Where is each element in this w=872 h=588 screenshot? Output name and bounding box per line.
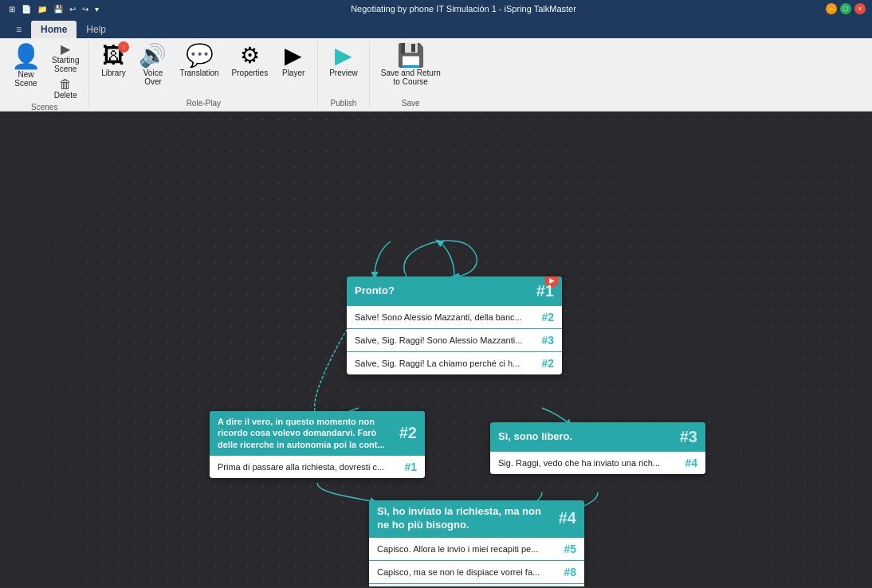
save-return-icon: 💾 (397, 45, 425, 67)
library-button[interactable]: 🖼 ! Library (96, 41, 131, 80)
scene-node-2[interactable]: A dire il vero, in questo momento non ri… (210, 411, 425, 478)
new-file-button[interactable]: 📄 (19, 4, 33, 14)
option-num-1-3: #2 (541, 357, 554, 370)
scene-node-3[interactable]: Sì, sono libero. #3 Sig. Raggi, vedo che… (490, 422, 705, 474)
properties-icon: ⚙ (240, 45, 260, 67)
delete-icon: 🗑 (59, 78, 72, 91)
ribbon-group-save: 💾 Save and Returnto Course Save (370, 41, 452, 108)
option-text-1-3: Salve, Sig. Raggi! La chiamo perché ci h… (355, 359, 536, 368)
redo-button[interactable]: ↪ (80, 4, 91, 14)
delete-label: Delete (54, 91, 77, 100)
player-label: Player (282, 69, 304, 77)
scene-title-3: Sì, sono libero. (498, 430, 674, 444)
maximize-button[interactable]: □ (840, 3, 851, 14)
option-num-3-1: #4 (685, 457, 697, 469)
publish-group-label: Publish (331, 97, 357, 108)
scene-option-1-3[interactable]: Salve, Sig. Raggi! La chiamo perché ci h… (347, 351, 562, 374)
properties-label: Properties (232, 69, 269, 77)
open-button[interactable]: 📁 (35, 4, 49, 14)
translation-label: Translation (179, 69, 218, 77)
scene-title-2: A dire il vero, in questo momento non ri… (218, 416, 393, 450)
ribbon-group-roleplay: 🖼 ! Library 🔊 VoiceOver 💬 Translation ⚙ … (89, 41, 318, 108)
save-return-button[interactable]: 💾 Save and Returnto Course (376, 41, 446, 89)
option-num-4-1: #5 (564, 543, 576, 555)
qa-menu-button[interactable]: ▾ (92, 4, 101, 14)
translation-icon: 💬 (186, 45, 214, 67)
new-scene-label: NewScene (14, 70, 37, 88)
publish-group-items: ▶ Preview (324, 41, 363, 97)
starting-scene-icon: ▶ (61, 43, 70, 56)
option-num-1-2: #3 (541, 334, 554, 347)
scenes-group-items: 👤 NewScene ▶ StartingScene 🗑 Delete (6, 41, 82, 101)
scene-option-4-2[interactable]: Capisco, ma se non le dispiace vorrei fa… (369, 560, 584, 583)
preview-button[interactable]: ▶ Preview (324, 41, 363, 80)
starting-scene-button[interactable]: ▶ StartingScene (49, 41, 82, 75)
scene-header-1: ▶ Pronto? #1 (347, 276, 562, 305)
preview-label: Preview (329, 69, 358, 77)
save-button-qa[interactable]: 💾 (51, 4, 65, 14)
scene-option-3-1[interactable]: Sig. Raggi, vedo che ha inviato una rich… (490, 451, 705, 474)
roleplay-group-items: 🖼 ! Library 🔊 VoiceOver 💬 Translation ⚙ … (96, 41, 311, 97)
undo-button[interactable]: ↩ (67, 4, 78, 14)
scene-option-1-2[interactable]: Salve, Sig. Raggi! Sono Alessio Mazzanti… (347, 328, 562, 351)
app-title: Negotiating by phone IT Simulación 1 - i… (101, 4, 826, 14)
ribbon: 👤 NewScene ▶ StartingScene 🗑 Delete Scen… (0, 38, 872, 112)
player-icon: ▶ (285, 45, 302, 67)
library-label: Library (101, 69, 126, 77)
option-num-4-2: #8 (564, 566, 576, 578)
scenes-group-label: Scenes (31, 101, 57, 112)
scene-option-4-1[interactable]: Capisco. Allora le invio i miei recapiti… (369, 537, 584, 560)
option-num-1-1: #2 (541, 311, 554, 323)
tab-menu[interactable]: ≡ (6, 21, 31, 38)
player-button[interactable]: ▶ Player (276, 41, 311, 80)
library-badge: ! (118, 41, 129, 53)
scene-title-1: Pronto? (355, 284, 530, 298)
voice-over-label: VoiceOver (143, 69, 163, 86)
properties-button[interactable]: ⚙ Properties (227, 41, 273, 80)
scene-option-2-1[interactable]: Prima di passare alla richiesta, dovrest… (210, 455, 425, 478)
option-text-3-1: Sig. Raggi, vedo che ha inviato una rich… (498, 458, 680, 468)
scene-num-3: #3 (680, 428, 697, 446)
tab-home[interactable]: Home (31, 21, 77, 38)
option-text-4-1: Capisco. Allora le invio i miei recapiti… (377, 544, 559, 554)
scene-header-2: A dire il vero, in questo momento non ri… (210, 411, 425, 455)
ribbon-group-scenes: 👤 NewScene ▶ StartingScene 🗑 Delete Scen… (0, 41, 89, 108)
scene-num-4: #4 (559, 509, 576, 527)
option-text-4-2: Capisco, ma se non le dispiace vorrei fa… (377, 567, 559, 577)
roleplay-group-label: Role-Play (187, 97, 221, 108)
scene-option-1-1[interactable]: Salve! Sono Alessio Mazzanti, della banc… (347, 305, 562, 328)
preview-icon: ▶ (335, 45, 352, 67)
option-text-1-1: Salve! Sono Alessio Mazzanti, della banc… (355, 312, 536, 322)
save-return-label: Save and Returnto Course (381, 69, 441, 86)
save-group-label: Save (402, 97, 420, 108)
option-text-1-2: Salve, Sig. Raggi! Sono Alessio Mazzanti… (355, 335, 536, 345)
option-num-2-1: #1 (404, 461, 417, 473)
ribbon-tab-bar: ≡ Home Help (0, 18, 872, 38)
scene-node-1[interactable]: ▶ Pronto? #1 Salve! Sono Alessio Mazzant… (347, 276, 562, 374)
new-scene-button[interactable]: 👤 NewScene (6, 41, 45, 91)
scene-num-1: #1 (536, 282, 554, 300)
app-menu-button[interactable]: ⊞ (6, 4, 18, 14)
scene-option-4-3[interactable]: Bene, allora le manderò delle informazi.… (369, 583, 584, 586)
translation-button[interactable]: 💬 Translation (175, 41, 223, 80)
ribbon-group-publish: ▶ Preview Publish (318, 41, 370, 108)
scene-node-4[interactable]: Sì, ho inviato la richiesta, ma non ne h… (369, 500, 584, 586)
tab-help[interactable]: Help (77, 21, 116, 38)
close-button[interactable]: × (854, 3, 866, 14)
quick-access-bar: ⊞ 📄 📁 💾 ↩ ↪ ▾ (6, 4, 101, 14)
scene-num-2: #2 (399, 424, 417, 442)
scene-header-3: Sì, sono libero. #3 (490, 422, 705, 451)
starting-scene-label: StartingScene (52, 56, 79, 73)
voice-over-icon: 🔊 (139, 45, 167, 67)
title-bar: ⊞ 📄 📁 💾 ↩ ↪ ▾ Negotiating by phone IT Si… (0, 0, 872, 18)
delete-button[interactable]: 🗑 Delete (49, 76, 82, 101)
save-group-items: 💾 Save and Returnto Course (376, 41, 446, 97)
voice-over-button[interactable]: 🔊 VoiceOver (134, 41, 171, 89)
option-text-2-1: Prima di passare alla richiesta, dovrest… (218, 462, 399, 472)
scene-title-4: Sì, ho inviato la richiesta, ma non ne h… (377, 505, 552, 532)
minimize-button[interactable]: − (826, 3, 837, 14)
scene-header-4: Sì, ho inviato la richiesta, ma non ne h… (369, 500, 584, 537)
new-scene-icon: 👤 (11, 45, 41, 69)
canvas-area[interactable]: ▶ Pronto? #1 Salve! Sono Alessio Mazzant… (0, 112, 872, 586)
